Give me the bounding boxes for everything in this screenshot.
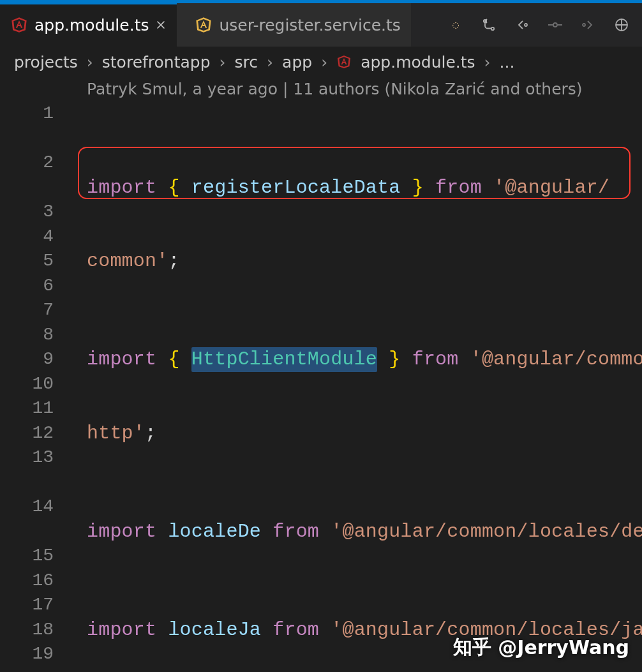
tab-label: app.module.ts <box>34 16 149 34</box>
code-content[interactable]: import { registerLocaleData } from '@ang… <box>87 101 642 672</box>
line-number: 10 <box>0 372 64 397</box>
crumb-app[interactable]: app <box>282 53 312 71</box>
angular-icon <box>195 16 213 34</box>
svg-point-4 <box>583 24 585 26</box>
crumb-src[interactable]: src <box>235 53 258 71</box>
line-number: 15 <box>0 544 64 569</box>
breadcrumb[interactable]: projects › storefrontapp › src › app › a… <box>0 47 642 77</box>
chevron-right-icon: › <box>87 53 93 71</box>
line-number: 2 <box>0 151 64 175</box>
line-number: 13 <box>0 445 64 470</box>
line-number: 18 <box>0 618 64 643</box>
line-number: 11 <box>0 396 64 421</box>
crumb-storefrontapp[interactable]: storefrontapp <box>102 53 211 71</box>
compare-changes-icon[interactable] <box>480 16 498 34</box>
line-number: 5 <box>0 249 64 274</box>
line-number: 3 <box>0 200 64 225</box>
line-number: 16 <box>0 569 64 594</box>
line-number: 14 <box>0 495 64 519</box>
gitlens-codelens[interactable]: Patryk Smul, a year ago | 11 authors (Ni… <box>87 77 583 102</box>
line-number: 1 <box>0 101 64 126</box>
line-number-gutter: 1 2 3 4 5 6 7 8 9 10 11 12 13 14 15 16 1… <box>0 101 64 667</box>
chevron-right-icon: › <box>220 53 226 71</box>
crumb-projects[interactable]: projects <box>14 53 78 71</box>
spinner-icon: ◌ <box>447 16 465 34</box>
watermark-handle: @JerryWang <box>498 636 629 659</box>
next-change-icon[interactable] <box>579 16 597 34</box>
tab-actions: ◌ <box>435 3 642 47</box>
chevron-right-icon: › <box>321 53 327 71</box>
line-number: 8 <box>0 323 64 348</box>
svg-point-2 <box>525 24 527 26</box>
tab-user-register-service[interactable]: user-register.service.ts <box>177 3 410 47</box>
close-icon[interactable] <box>155 19 167 31</box>
tab-label: user-register.service.ts <box>219 16 400 34</box>
watermark: 知乎 @JerryWang <box>453 634 629 661</box>
crumb-file[interactable]: app.module.ts <box>361 53 475 71</box>
line-number: 19 <box>0 642 64 667</box>
repo-icon[interactable] <box>613 16 631 34</box>
angular-icon <box>336 54 352 70</box>
svg-point-1 <box>491 27 494 30</box>
chevron-right-icon: › <box>267 53 273 71</box>
tab-app-module[interactable]: app.module.ts <box>0 3 177 47</box>
watermark-prefix: 知乎 <box>453 634 491 661</box>
line-number: 12 <box>0 421 64 446</box>
crumb-more[interactable]: ... <box>500 53 515 71</box>
commit-icon[interactable] <box>546 16 564 34</box>
line-number: 17 <box>0 593 64 618</box>
editor-tabs: app.module.ts user-register.service.ts ◌ <box>0 3 642 47</box>
chevron-right-icon: › <box>484 53 491 71</box>
svg-point-3 <box>553 23 557 27</box>
angular-icon <box>10 16 28 34</box>
line-number: 6 <box>0 274 64 299</box>
line-number: 7 <box>0 298 64 323</box>
line-number: 9 <box>0 347 64 372</box>
line-number: 4 <box>0 225 64 250</box>
prev-change-icon[interactable] <box>513 16 531 34</box>
